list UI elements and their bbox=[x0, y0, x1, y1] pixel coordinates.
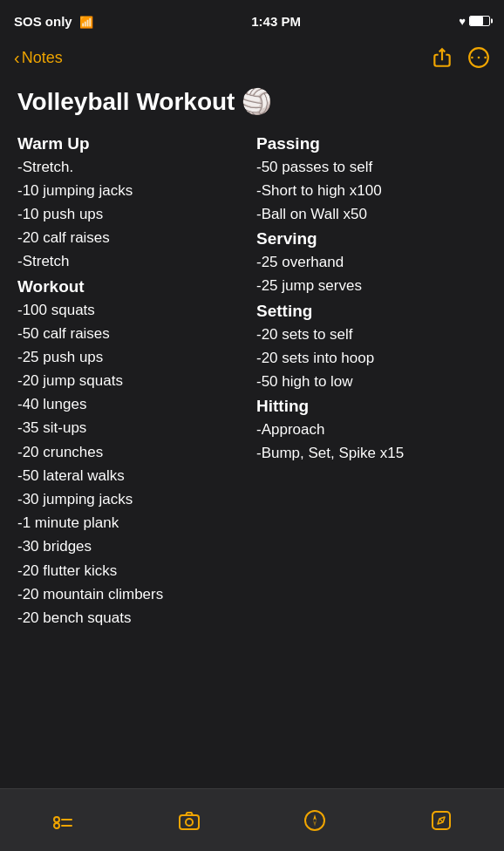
hitting-item-0: -Approach bbox=[256, 418, 487, 441]
nav-actions bbox=[431, 46, 490, 69]
warm-up-section: Warm Up -Stretch. -10 jumping jacks -10 … bbox=[17, 134, 248, 274]
workout-header: Workout bbox=[17, 277, 248, 296]
svg-point-1 bbox=[478, 57, 480, 59]
workout-item-12: -20 mountain climbers bbox=[17, 582, 248, 606]
edit-icon bbox=[429, 808, 453, 833]
svg-line-14 bbox=[439, 819, 443, 822]
workout-item-5: -35 sit-ups bbox=[17, 416, 248, 439]
status-icons: ♥ bbox=[459, 15, 490, 28]
setting-item-2: -50 high to low bbox=[256, 370, 487, 393]
more-button[interactable] bbox=[467, 46, 490, 69]
serving-header: Serving bbox=[256, 229, 487, 248]
workout-item-3: -20 jump squats bbox=[17, 369, 248, 392]
compass-icon bbox=[303, 808, 327, 833]
svg-rect-8 bbox=[180, 815, 199, 829]
setting-header: Setting bbox=[256, 302, 487, 321]
warm-up-item-0: -Stretch. bbox=[17, 155, 248, 179]
passing-header: Passing bbox=[256, 134, 487, 153]
workout-item-7: -50 lateral walks bbox=[17, 464, 248, 487]
compass-button[interactable] bbox=[293, 799, 337, 842]
passing-section: Passing -50 passes to self -Short to hig… bbox=[256, 134, 487, 227]
hitting-item-1: -Bump, Set, Spike x15 bbox=[256, 441, 487, 465]
hitting-section: Hitting -Approach -Bump, Set, Spike x15 bbox=[256, 397, 487, 465]
passing-item-1: -Short to high x100 bbox=[256, 179, 487, 202]
status-bar: SOS only 📶 1:43 PM ♥ bbox=[0, 0, 504, 38]
wifi-icon: 📶 bbox=[79, 16, 93, 29]
left-column: Warm Up -Stretch. -10 jumping jacks -10 … bbox=[17, 131, 248, 630]
time-label: 1:43 PM bbox=[251, 14, 301, 29]
workout-item-2: -25 push ups bbox=[17, 345, 248, 369]
passing-item-2: -Ball on Wall x50 bbox=[256, 202, 487, 226]
toolbar bbox=[0, 788, 504, 851]
svg-marker-11 bbox=[313, 814, 317, 820]
warm-up-header: Warm Up bbox=[17, 134, 248, 153]
ellipsis-icon bbox=[467, 46, 490, 69]
checklist-icon bbox=[51, 808, 75, 833]
main-content: Volleyball Workout 🏐 Warm Up -Stretch. -… bbox=[0, 80, 504, 699]
workout-item-10: -30 bridges bbox=[17, 534, 248, 558]
share-button[interactable] bbox=[431, 46, 453, 69]
warm-up-item-4: -Stretch bbox=[17, 249, 248, 273]
warm-up-item-3: -20 calf raises bbox=[17, 226, 248, 249]
svg-point-9 bbox=[186, 819, 193, 826]
svg-point-5 bbox=[54, 817, 59, 822]
checklist-button[interactable] bbox=[41, 799, 85, 842]
two-column-layout: Warm Up -Stretch. -10 jumping jacks -10 … bbox=[17, 131, 487, 630]
camera-button[interactable] bbox=[167, 799, 211, 842]
back-button[interactable]: ‹ Notes bbox=[14, 48, 63, 68]
workout-item-4: -40 lunges bbox=[17, 392, 248, 416]
workout-item-6: -20 crunches bbox=[17, 440, 248, 464]
edit-button[interactable] bbox=[419, 799, 463, 842]
share-icon bbox=[431, 46, 453, 69]
passing-item-0: -50 passes to self bbox=[256, 155, 487, 179]
warm-up-item-1: -10 jumping jacks bbox=[17, 179, 248, 202]
workout-item-0: -100 squats bbox=[17, 298, 248, 322]
heart-icon: ♥ bbox=[459, 15, 466, 28]
workout-item-11: -20 flutter kicks bbox=[17, 559, 248, 582]
workout-item-8: -30 jumping jacks bbox=[17, 487, 248, 511]
serving-item-1: -25 jump serves bbox=[256, 274, 487, 297]
setting-section: Setting -20 sets to self -20 sets into h… bbox=[256, 302, 487, 394]
camera-icon bbox=[177, 808, 201, 833]
warm-up-item-2: -10 push ups bbox=[17, 202, 248, 226]
setting-item-0: -20 sets to self bbox=[256, 323, 487, 346]
back-label: Notes bbox=[22, 49, 63, 67]
battery-icon bbox=[469, 16, 490, 26]
workout-item-9: -1 minute plank bbox=[17, 511, 248, 534]
right-column: Passing -50 passes to self -Short to hig… bbox=[248, 131, 487, 466]
workout-item-13: -20 bench squats bbox=[17, 606, 248, 630]
serving-item-0: -25 overhand bbox=[256, 250, 487, 274]
svg-point-4 bbox=[54, 823, 59, 828]
svg-point-10 bbox=[305, 811, 324, 830]
page-title: Volleyball Workout 🏐 bbox=[17, 87, 487, 117]
hitting-header: Hitting bbox=[256, 397, 487, 416]
workout-section: Workout -100 squats -50 calf raises -25 … bbox=[17, 277, 248, 630]
workout-item-1: -50 calf raises bbox=[17, 322, 248, 345]
svg-point-2 bbox=[484, 57, 487, 59]
serving-section: Serving -25 overhand -25 jump serves bbox=[256, 229, 487, 297]
svg-point-0 bbox=[471, 57, 473, 59]
carrier-label: SOS only 📶 bbox=[14, 14, 93, 29]
chevron-left-icon: ‹ bbox=[14, 48, 20, 68]
setting-item-1: -20 sets into hoop bbox=[256, 346, 487, 370]
svg-marker-12 bbox=[313, 820, 317, 827]
nav-bar: ‹ Notes bbox=[0, 38, 504, 80]
